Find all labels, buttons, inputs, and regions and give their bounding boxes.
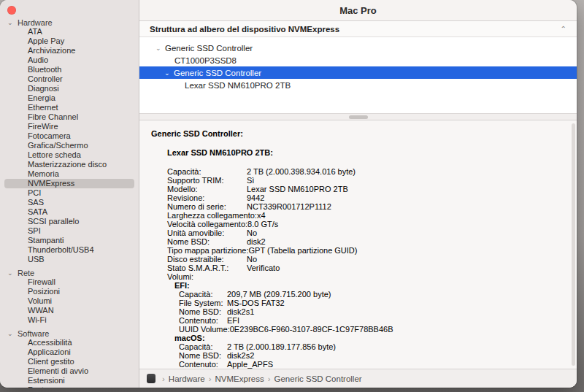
property-value: 9442 — [247, 193, 264, 202]
property-key: Velocità collegamento: — [167, 220, 247, 228]
sidebar-item[interactable]: Stampanti — [4, 236, 134, 245]
sidebar-item[interactable]: Masterizzazione disco — [4, 160, 134, 169]
property-key: Numero di serie: — [167, 202, 247, 211]
details-pane: Generic SSD Controller: Lexar SSD NM610P… — [139, 120, 577, 369]
sidebar-item[interactable]: Applicazioni — [4, 347, 134, 357]
breadcrumb-item[interactable]: Hardware — [169, 374, 205, 383]
sidebar-item[interactable]: Memoria — [4, 169, 134, 179]
tree-row-label: Generic SSD Controller — [174, 69, 261, 77]
sidebar-item[interactable]: Energia — [4, 93, 134, 103]
property-row: Larghezza collegamento: x4 — [151, 211, 565, 220]
chevron-separator-icon: › — [209, 374, 212, 383]
sidebar-item[interactable]: SATA — [4, 207, 134, 217]
property-row: Modello: Lexar SSD NM610PRO 2TB — [151, 185, 565, 193]
sidebar-item[interactable]: Posizioni — [4, 287, 134, 296]
sidebar-item[interactable]: Thunderbolt/USB4 — [4, 245, 134, 255]
tree-row-label: Generic SSD Controller — [165, 44, 253, 53]
sidebar-item[interactable]: WWAN — [4, 306, 134, 315]
property-value: x4 — [257, 211, 266, 220]
chevron-up-icon[interactable]: ⌃ — [561, 25, 566, 33]
sidebar-item[interactable]: Ethernet — [4, 103, 134, 112]
sidebar-item[interactable]: Diagnosi — [4, 84, 134, 93]
sidebar-item[interactable]: Font — [4, 385, 134, 388]
device-tree: ⌄ Generic SSD Controller CT1000P3SSD8 ⌄ … — [139, 37, 577, 113]
scrollbar[interactable] — [572, 123, 575, 366]
sidebar-section-header[interactable]: ⌄ Software — [0, 328, 139, 338]
breadcrumb-item[interactable]: NVMExpress — [215, 374, 264, 383]
chevron-separator-icon: › — [268, 374, 271, 383]
tree-section-header[interactable]: Struttura ad albero del dispositivo NVME… — [139, 20, 577, 37]
sidebar-item[interactable]: SCSI parallelo — [4, 217, 134, 226]
property-row: Revisione: 9442 — [151, 193, 565, 202]
property-key: Nome BSD: — [167, 237, 247, 246]
chevron-down-icon[interactable]: ⌄ — [164, 69, 174, 77]
sidebar-item[interactable]: Fotocamera — [4, 131, 134, 141]
sidebar-item[interactable]: FireWire — [4, 122, 134, 131]
property-row: Capacità: 209,7 MB (209.715.200 byte) — [151, 290, 565, 299]
tree-row-label: CT1000P3SSD8 — [174, 56, 237, 65]
property-row: Velocità collegamento: 8.0 GT/s — [151, 220, 565, 228]
property-value: EFI — [227, 316, 239, 325]
sidebar-item[interactable]: Apple Pay — [4, 36, 134, 46]
sidebar-item[interactable]: Lettore scheda — [4, 150, 134, 160]
property-row: Nome BSD: disk2s1 — [151, 307, 565, 316]
sidebar-section-header[interactable]: ⌄ Hardware — [0, 18, 139, 27]
details-title: Generic SSD Controller: — [151, 129, 565, 138]
sidebar-item[interactable]: NVMExpress — [4, 179, 134, 188]
sidebar-item[interactable]: PCI — [4, 188, 134, 198]
property-row: Numero di serie: NCT339R001712P1112 — [151, 202, 565, 211]
sidebar-item[interactable]: Archiviazione — [4, 46, 134, 55]
property-key: Larghezza collegamento: — [167, 211, 257, 220]
sidebar-item[interactable]: Bluetooth — [4, 65, 134, 74]
property-row: Tipo mappa partizione: GPT (Tabella part… — [151, 246, 565, 255]
sidebar-item[interactable]: Grafica/Schermo — [4, 141, 134, 150]
property-key: File System: — [179, 299, 227, 307]
sidebar-item[interactable]: SAS — [4, 198, 134, 207]
chevron-separator-icon: › — [162, 374, 165, 383]
sidebar-section-rete: ⌄ Rete FirewallPosizioniVolumiWWANWi-Fi — [0, 268, 139, 325]
property-value: Lexar SSD NM610PRO 2TB — [247, 185, 348, 193]
sidebar-item[interactable]: Fibre Channel — [4, 112, 134, 122]
tree-row-selected[interactable]: ⌄ Generic SSD Controller — [139, 66, 577, 79]
tree-row[interactable]: ⌄ Generic SSD Controller — [139, 42, 577, 54]
property-row: Stato S.M.A.R.T.: Verificato — [151, 264, 565, 272]
volume-property-list: Capacità: 209,7 MB (209.715.200 byte) Fi… — [151, 290, 565, 334]
sidebar-item[interactable]: SPI — [4, 226, 134, 236]
property-value: 2 TB (2.000.398.934.016 byte) — [247, 167, 356, 176]
sidebar-item[interactable]: Accessibilità — [4, 338, 134, 347]
breadcrumb-item[interactable]: Generic SSD Controller — [274, 374, 362, 383]
splitter-grip-icon — [349, 115, 368, 119]
property-key: Capacità: — [179, 290, 227, 299]
property-key: Tipo mappa partizione: — [167, 246, 249, 255]
sidebar-item[interactable]: Estensioni — [4, 376, 134, 385]
sidebar-item[interactable]: Wi-Fi — [4, 315, 134, 325]
volume-property-list: Capacità: 2 TB (2.000.189.177.856 byte) … — [151, 342, 565, 369]
sidebar-item-list: AccessibilitàApplicazioniClient gestitoE… — [0, 338, 139, 388]
tree-row[interactable]: CT1000P3SSD8 — [139, 54, 577, 66]
breadcrumb-segment: › NVMExpress — [205, 374, 264, 383]
sidebar-item-list: FirewallPosizioniVolumiWWANWi-Fi — [0, 277, 139, 325]
close-button[interactable] — [7, 6, 16, 15]
sidebar-item[interactable]: ATA — [4, 27, 134, 36]
property-key: UUID Volume: — [179, 325, 230, 334]
sidebar-item[interactable]: USB — [4, 255, 134, 264]
property-key: Modello: — [167, 185, 247, 193]
property-value: disk2s2 — [227, 351, 254, 360]
property-row: Contenuto: EFI — [151, 316, 565, 325]
sidebar-item[interactable]: Client gestito — [4, 357, 134, 366]
tree-row[interactable]: Lexar SSD NM610PRO 2TB — [139, 79, 577, 91]
sidebar-item[interactable]: Controller — [4, 74, 134, 84]
property-value: NCT339R001712P1112 — [247, 202, 331, 211]
sidebar-section-header[interactable]: ⌄ Rete — [0, 268, 139, 277]
chevron-down-icon[interactable]: ⌄ — [155, 45, 165, 52]
titlebar[interactable]: Mac Pro — [139, 0, 577, 20]
sidebar-item[interactable]: Audio — [4, 55, 134, 65]
pane-splitter[interactable] — [139, 113, 577, 120]
property-value: MS-DOS FAT32 — [227, 299, 285, 307]
property-value: disk2s1 — [227, 307, 254, 316]
property-row: Contenuto: Apple_APFS — [151, 360, 565, 369]
sidebar-item[interactable]: Volumi — [4, 296, 134, 306]
sidebar-item[interactable]: Firewall — [4, 277, 134, 287]
breadcrumb-segment: › Hardware — [158, 374, 205, 383]
sidebar-item[interactable]: Elementi di avvio — [4, 366, 134, 376]
